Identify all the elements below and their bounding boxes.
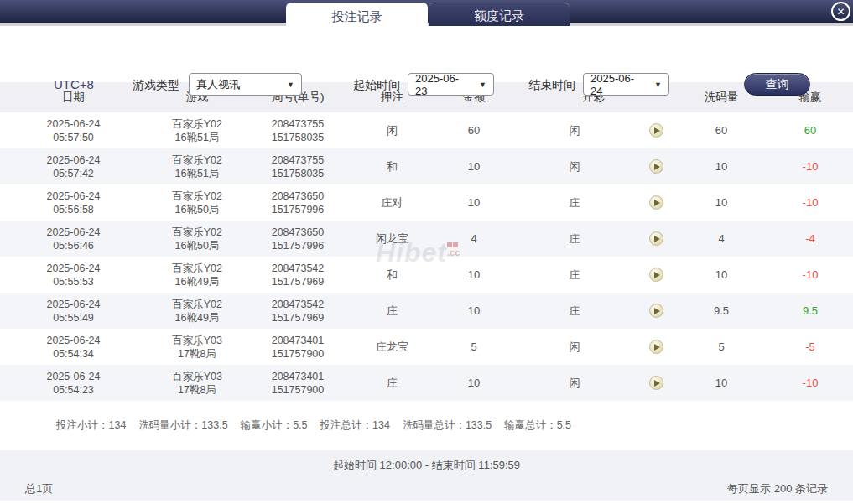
- end-date-label: 结束时间: [528, 78, 575, 93]
- end-date-select[interactable]: 2025-06-24 ▼: [583, 73, 669, 96]
- game-type-select[interactable]: 真人视讯 ▼: [189, 73, 302, 96]
- table-row: 2025-06-2405:55:53百家乐Y0216靴49局2084735421…: [0, 257, 853, 293]
- cell-rolling: 5: [675, 340, 767, 354]
- time-range-note: 起始时间 12:00:00 - 结束时间 11:59:59: [0, 458, 853, 473]
- cell-date: 2025-06-2405:54:23: [0, 370, 147, 397]
- cell-winloss: 9.5: [767, 304, 853, 318]
- cell-video: [637, 268, 675, 282]
- cell-date: 2025-06-2405:56:58: [0, 190, 147, 216]
- cell-video: [637, 340, 675, 354]
- play-video-icon[interactable]: [649, 195, 663, 210]
- summary-bar: 投注小计：134洗码量小计：133.5输赢小计：5.5投注总计：134洗码量总计…: [0, 401, 853, 450]
- cell-round-number: 208473755151758035: [247, 153, 348, 180]
- cell-game: 百家乐Y0216靴50局: [147, 190, 247, 216]
- play-video-icon[interactable]: [649, 304, 663, 318]
- summary-item: 输赢总计：5.5: [504, 418, 571, 433]
- cell-amount: 60: [436, 124, 512, 138]
- top-tab-bar: 投注记录 额度记录 ✕: [0, 0, 853, 26]
- cell-game: 百家乐Y0216靴51局: [147, 153, 247, 180]
- cell-date: 2025-06-2405:55:53: [0, 262, 147, 288]
- play-video-icon[interactable]: [649, 231, 663, 246]
- cell-round-number: 208473401151757900: [247, 334, 348, 361]
- play-video-icon[interactable]: [649, 268, 663, 282]
- cell-date: 2025-06-2405:55:49: [0, 298, 147, 325]
- cell-amount: 10: [436, 160, 512, 174]
- table-row: 2025-06-2405:55:49百家乐Y0216靴49局2084735421…: [0, 293, 853, 329]
- cell-date: 2025-06-2405:57:42: [0, 153, 147, 180]
- start-date-value: 2025-06-23: [415, 72, 471, 97]
- cell-amount: 10: [436, 268, 512, 282]
- cell-amount: 10: [436, 196, 512, 210]
- cell-amount: 10: [436, 377, 512, 390]
- cell-result: 闲: [512, 160, 637, 174]
- cell-game: 百家乐Y0216靴50局: [147, 226, 247, 252]
- cell-video: [637, 304, 675, 318]
- cell-winloss: -10: [767, 196, 853, 210]
- cell-rolling: 10: [675, 196, 767, 210]
- cell-round-number: 208473542151757969: [247, 262, 348, 288]
- cell-amount: 5: [436, 340, 512, 354]
- game-type-value: 真人视讯: [196, 77, 240, 92]
- cell-game: 百家乐Y0317靴8局: [147, 370, 247, 397]
- cell-result: 闲: [512, 340, 637, 354]
- summary-item: 洗码量总计：133.5: [403, 418, 492, 433]
- cell-video: [637, 231, 675, 246]
- play-video-icon[interactable]: [649, 340, 663, 354]
- cell-result: 闲: [512, 377, 637, 390]
- cell-winloss: 60: [767, 124, 853, 138]
- cell-bet: 庄: [348, 377, 436, 390]
- cell-date: 2025-06-2405:56:46: [0, 226, 147, 252]
- cell-bet: 庄: [348, 304, 436, 318]
- summary-item: 洗码量小计：133.5: [138, 418, 227, 433]
- cell-date: 2025-06-2405:54:34: [0, 334, 147, 361]
- cell-amount: 10: [436, 304, 512, 318]
- play-video-icon[interactable]: [649, 159, 663, 174]
- cell-rolling: 60: [675, 124, 767, 138]
- cell-winloss: -5: [767, 340, 853, 354]
- cell-result: 庄: [512, 196, 637, 210]
- cell-bet: 和: [348, 160, 436, 174]
- cell-rolling: 4: [675, 232, 767, 246]
- cell-game: 百家乐Y0216靴51局: [147, 117, 247, 144]
- footer: 起始时间 12:00:00 - 结束时间 11:59:59 总1页 每页显示 2…: [0, 450, 853, 501]
- filter-bar: UTC+8 游戏类型 真人视讯 ▼ 起始时间 2025-06-23 ▼ 结束时间…: [0, 26, 853, 82]
- cell-rolling: 10: [675, 377, 767, 390]
- end-date-value: 2025-06-24: [590, 72, 646, 97]
- close-icon: ✕: [836, 6, 845, 18]
- table-row: 2025-06-2405:57:42百家乐Y0216靴51局2084737551…: [0, 148, 853, 184]
- table-body: 2025-06-2405:57:50百家乐Y0216靴51局2084737551…: [0, 112, 853, 401]
- cell-video: [637, 123, 675, 138]
- start-date-label: 起始时间: [353, 78, 400, 93]
- cell-round-number: 208473650151757996: [247, 226, 348, 252]
- summary-item: 输赢小计：5.5: [241, 418, 308, 433]
- table-row: 2025-06-2405:56:46百家乐Y0216靴50局2084736501…: [0, 221, 853, 257]
- close-button[interactable]: ✕: [831, 2, 850, 21]
- cell-bet: 庄龙宝: [348, 340, 436, 354]
- cell-winloss: -10: [767, 377, 853, 390]
- cell-result: 庄: [512, 268, 637, 282]
- timezone-label: UTC+8: [54, 77, 94, 91]
- cell-bet: 闲龙宝: [348, 232, 436, 246]
- cell-round-number: 208473542151757969: [247, 298, 348, 325]
- cell-video: [637, 159, 675, 174]
- page-count: 总1页: [25, 481, 53, 496]
- query-button[interactable]: 查询: [744, 73, 810, 96]
- play-video-icon[interactable]: [649, 376, 663, 390]
- summary-item: 投注总计：134: [320, 418, 390, 433]
- start-date-select[interactable]: 2025-06-23 ▼: [408, 73, 494, 96]
- game-type-label: 游戏类型: [133, 78, 179, 93]
- cell-bet: 闲: [348, 124, 436, 138]
- cell-video: [637, 376, 675, 390]
- cell-video: [637, 195, 675, 210]
- cell-winloss: -10: [767, 268, 853, 282]
- summary-item: 投注小计：134: [56, 418, 126, 433]
- per-page-note: 每页显示 200 条记录: [727, 481, 828, 496]
- play-video-icon[interactable]: [649, 123, 663, 138]
- cell-game: 百家乐Y0216靴49局: [147, 262, 247, 288]
- column-header: 日期: [0, 90, 147, 105]
- chevron-down-icon: ▼: [471, 81, 486, 89]
- cell-round-number: 208473650151757996: [247, 190, 348, 216]
- chevron-down-icon: ▼: [278, 81, 294, 89]
- table-row: 2025-06-2405:54:34百家乐Y0317靴8局20847340115…: [0, 329, 853, 365]
- cell-amount: 4: [436, 232, 512, 246]
